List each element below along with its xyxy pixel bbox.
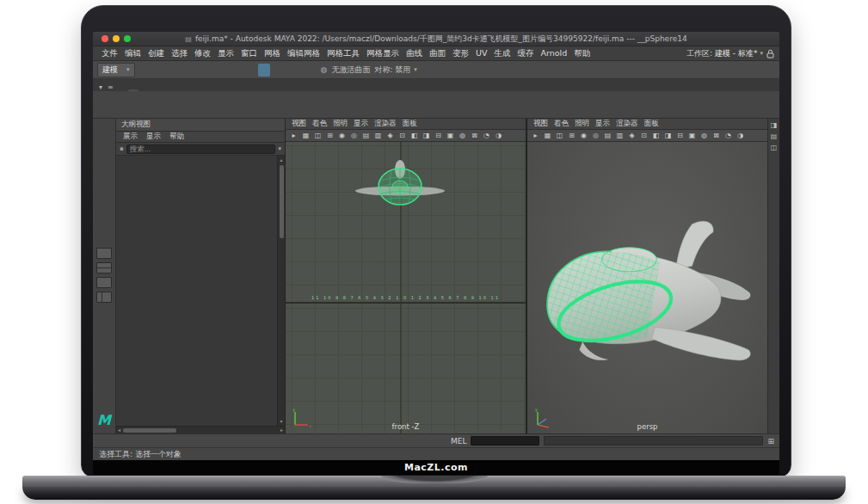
layout-outliner-persp-button[interactable] [96,292,112,303]
outliner-item[interactable]: + [116,169,277,182]
scrollbar-thumb[interactable] [280,165,284,238]
outliner-item[interactable]: + [116,332,277,345]
outliner-item[interactable]: + [116,383,277,396]
viewport-toolbar-icon[interactable]: ▸ [288,132,299,139]
scrollbar-thumb[interactable] [123,428,176,433]
menu-item[interactable]: 文件 [98,48,121,59]
viewport-toolbar-icon[interactable]: ◉ [336,132,348,139]
outliner-item[interactable]: + [116,181,277,194]
viewport-toolbar-icon[interactable]: ◈ [626,132,637,139]
outliner-item[interactable]: + [116,307,277,320]
viewport-menu-item[interactable]: 着色 [310,119,329,129]
menu-item[interactable]: 修改 [191,48,214,59]
menu-item[interactable]: 变形 [449,48,472,59]
menu-item[interactable]: 生成 [490,48,514,59]
viewport-menu-item[interactable]: 照明 [330,119,350,129]
menu-item[interactable]: Arnold [537,48,570,59]
outliner-item[interactable]: + [116,269,277,282]
layout-four-pane-button[interactable] [96,262,112,274]
menu-item[interactable]: 帮助 [570,48,594,59]
viewport-toolbar-icon[interactable]: ▤ [602,132,613,139]
viewport-toolbar-icon[interactable]: ◍ [699,132,710,139]
outliner-item[interactable]: + [116,395,277,408]
menuset-selector[interactable]: 建模 ▾ [97,63,135,77]
outliner-item[interactable]: + [116,206,277,219]
viewport-toolbar-icon[interactable]: ◑ [735,132,746,139]
mel-toggle[interactable]: MEL [451,437,466,446]
layout-single-pane-button[interactable] [96,248,112,259]
viewport-menu-item[interactable]: 照明 [572,119,592,129]
attribute-editor-tab-icon[interactable]: ◫ [771,144,778,151]
viewport-toolbar-icon[interactable]: ▣ [445,132,456,139]
menu-item[interactable]: 缓存 [514,48,537,59]
viewport-toolbar-icon[interactable]: ▦ [542,132,553,139]
viewport-toolbar-icon[interactable]: ◎ [348,132,360,139]
menu-item[interactable]: 网格 [261,48,284,59]
menu-item[interactable]: UV [472,48,490,59]
menu-item[interactable]: 编辑 [121,48,145,59]
viewport-toolbar-icon[interactable]: ⊠ [711,132,722,139]
outliner-item[interactable]: + [116,194,277,207]
scroll-up-icon[interactable]: ▴ [280,157,282,163]
viewport-toolbar-icon[interactable]: ◈ [385,132,396,139]
outliner-vertical-scrollbar[interactable]: ▴ ▾ [277,156,285,426]
persp-viewport[interactable]: y persp [527,142,767,433]
viewport-toolbar-icon[interactable]: ▸ [530,132,541,139]
close-window-button[interactable] [102,35,108,42]
menu-item[interactable]: 窗口 [237,48,261,59]
viewport-toolbar-icon[interactable]: ⊠ [469,132,480,139]
outliner-menu-item[interactable]: 展示 [120,132,141,142]
outliner-item[interactable]: + [116,320,277,333]
menu-item[interactable]: 创建 [145,48,168,59]
script-editor-icon[interactable]: ⊞ [767,437,774,446]
menu-item[interactable]: 选择 [168,48,191,59]
viewport-menu-item[interactable]: 视图 [531,119,551,129]
menu-item[interactable]: 网格工具 [323,48,363,59]
menu-item[interactable]: 网格显示 [363,48,403,59]
viewport-toolbar-icon[interactable]: ◧ [650,132,662,139]
filter-icon[interactable]: ▪ [120,145,124,152]
viewport-toolbar-icon[interactable]: ◔ [723,132,734,139]
search-input[interactable] [126,144,276,154]
shelf-menu-icon[interactable]: ▾ [96,83,105,91]
outliner-item[interactable]: + [116,232,277,245]
outliner-item[interactable]: + [116,345,277,358]
viewport-toolbar-icon[interactable]: ⊟ [674,132,686,139]
shelf-gear-icon[interactable]: ≡ [105,83,116,91]
viewport-menu-item[interactable]: 面板 [642,119,662,129]
outliner-item[interactable]: + [116,219,277,232]
modeling-toolkit-tab-icon[interactable]: ▤ [771,132,778,140]
outliner-item[interactable]: + [116,257,277,270]
outliner-item[interactable]: + [116,295,277,308]
viewport-toolbar-icon[interactable]: ◫ [312,132,323,139]
outliner-item[interactable]: + [116,157,277,169]
viewport-toolbar-icon[interactable]: ⊡ [397,132,408,139]
viewport-toolbar-icon[interactable]: ◔ [481,132,492,139]
viewport-toolbar-icon[interactable]: ◑ [493,132,504,139]
viewport-menu-item[interactable]: 渲染器 [372,119,399,129]
viewport-menu-item[interactable]: 渲染器 [613,119,641,129]
front-view-airplane[interactable] [353,156,447,216]
workspace-selector[interactable]: 工作区: 建模 - 标准* ▾ [686,48,763,59]
outliner-horizontal-scrollbar[interactable]: ◂ ▸ [116,426,285,433]
symmetry-selector[interactable]: 对称: 禁用 ▾ [374,65,416,76]
menu-item[interactable]: 显示 [214,48,237,59]
menu-item[interactable]: 编辑网格 [284,48,323,59]
viewport-menu-item[interactable]: 显示 [351,119,371,129]
lock-icon[interactable] [766,49,774,58]
chevron-down-icon[interactable]: ▾ [278,145,281,152]
minimize-window-button[interactable] [113,35,120,42]
scroll-left-icon[interactable]: ◂ [118,427,120,433]
viewport-toolbar-icon[interactable]: ▥ [372,132,384,139]
outliner-item[interactable]: + [116,244,277,257]
channel-box-tab-icon[interactable]: ◨ [771,121,778,129]
layout-two-pane-button[interactable] [96,277,112,288]
viewport-toolbar-icon[interactable]: ◨ [662,132,674,139]
viewport-toolbar-icon[interactable]: ⊟ [433,132,444,139]
viewport-toolbar-icon[interactable]: ▦ [300,132,311,139]
viewport-toolbar-icon[interactable]: ⊞ [324,132,336,139]
viewport-toolbar-icon[interactable]: ▤ [360,132,372,139]
viewport-toolbar-icon[interactable]: ⊡ [638,132,649,139]
viewport-toolbar-icon[interactable]: ◫ [554,132,565,139]
menu-item[interactable]: 曲线 [403,48,426,59]
